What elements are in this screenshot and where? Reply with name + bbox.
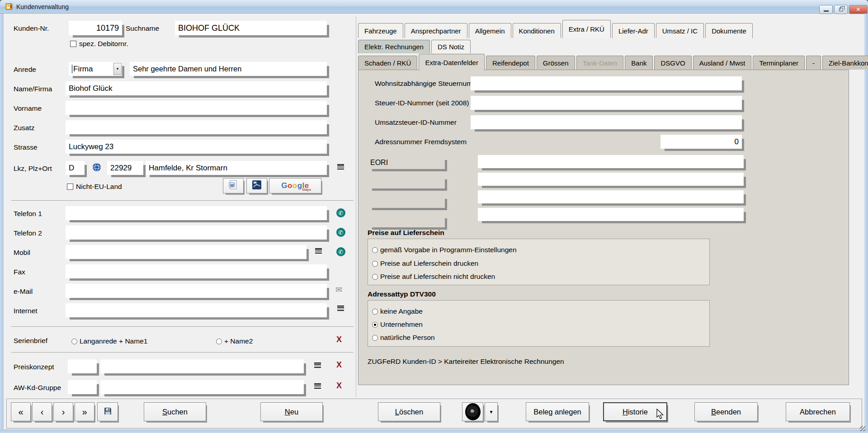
email-field[interactable] — [66, 284, 327, 298]
first-record-button[interactable]: « — [11, 402, 31, 421]
resize-grip[interactable] — [860, 426, 865, 431]
name-firma-field[interactable]: Biohof Glück — [66, 81, 327, 95]
preiskonzept-name-field[interactable] — [100, 359, 304, 373]
eori-label-field[interactable]: EORI — [368, 156, 445, 169]
map-route-button[interactable] — [246, 178, 267, 193]
extra-value-field[interactable] — [478, 208, 744, 221]
tab-extra-rku[interactable]: Extra / RKÜ — [562, 20, 611, 38]
ust-id-field[interactable] — [471, 115, 742, 129]
reifen-button[interactable] — [462, 402, 483, 421]
preise-radio-drucken[interactable] — [372, 261, 378, 267]
adressattyp-radio-person[interactable] — [372, 335, 378, 341]
preiskonzept-list-icon[interactable] — [314, 362, 321, 368]
minimize-button[interactable] — [819, 5, 833, 14]
serienbrief-radio-name2[interactable] — [216, 339, 222, 344]
google-maps-button[interactable]: Google Maps — [269, 178, 321, 193]
internet-field[interactable] — [66, 303, 327, 317]
tab-reifendepot[interactable]: Reifendepot — [486, 56, 535, 70]
spez-debitornr-checkbox[interactable] — [70, 41, 76, 47]
strasse-field[interactable]: Luckyweg 23 — [66, 140, 327, 154]
tab-bank[interactable]: Bank — [625, 56, 653, 70]
tab-allgemein[interactable]: Allgemein — [469, 23, 511, 38]
telefon1-field[interactable] — [66, 206, 327, 220]
adressattyp-radio-unternehmen[interactable] — [372, 322, 378, 328]
mobil-list-icon[interactable] — [315, 248, 322, 254]
tab-dokumente[interactable]: Dokumente — [705, 23, 753, 38]
tab-liefer-adr[interactable]: Liefer-Adr — [612, 23, 655, 38]
ort-field[interactable]: Hamfelde, Kr Stormarn — [146, 161, 327, 175]
close-button[interactable]: ✕ — [849, 5, 868, 14]
extra-value-field[interactable] — [478, 190, 744, 203]
tab-schaden-rku[interactable]: Schaden / RKÜ — [358, 56, 417, 70]
reifen-dropdown-button[interactable]: ▼ — [485, 402, 498, 421]
tab-groessen[interactable]: Grössen — [537, 56, 575, 70]
send-mail-icon[interactable]: ✉ — [335, 285, 342, 295]
word-export-button[interactable]: W — [223, 178, 244, 193]
save-button[interactable] — [97, 402, 118, 421]
extra-value-field[interactable] — [478, 173, 744, 186]
neu-button[interactable]: Neu — [260, 402, 323, 421]
nicht-eu-land-checkbox[interactable] — [67, 184, 73, 190]
abbrechen-button[interactable]: Abbrechen — [786, 402, 850, 421]
extra-label-field[interactable] — [368, 195, 445, 208]
aw-kd-gruppe-code-field[interactable] — [68, 380, 97, 394]
wohnsitz-steuernummer-field[interactable] — [471, 76, 742, 90]
extra-label-field[interactable] — [368, 175, 445, 188]
tab-terminplaner[interactable]: Terminplaner — [753, 56, 805, 70]
anrede-combobox[interactable]: Firma ▼ — [69, 62, 122, 76]
telefon2-field[interactable] — [66, 226, 327, 240]
briefanrede-field[interactable]: Sehr geehrte Damen und Herren — [130, 62, 327, 76]
preise-radio-vorgabe[interactable] — [372, 247, 378, 253]
mobil-field[interactable] — [66, 245, 307, 259]
tab-dsgvo[interactable]: DSGVO — [654, 56, 691, 70]
aw-kd-gruppe-clear-button[interactable]: X — [336, 381, 342, 391]
serienbrief-clear-button[interactable]: X — [336, 335, 342, 344]
adressnummer-field[interactable]: 0 — [660, 135, 742, 149]
adressattyp-radio-keine[interactable] — [372, 309, 378, 315]
aw-kd-gruppe-name-field[interactable] — [100, 380, 304, 394]
internet-list-icon[interactable] — [337, 306, 344, 311]
beleg-anlegen-button[interactable]: Beleg anlegen — [526, 402, 589, 421]
phone-dial-icon[interactable]: ✆ — [336, 228, 345, 237]
serienbrief-radio-langanrede[interactable] — [71, 339, 77, 344]
aw-kd-gruppe-list-icon[interactable] — [314, 383, 321, 389]
restore-button[interactable] — [834, 5, 848, 14]
fax-field[interactable] — [66, 264, 327, 278]
vorname-field[interactable] — [66, 101, 327, 115]
zusatz-field[interactable] — [66, 120, 327, 134]
preise-radio-nicht-drucken[interactable] — [372, 274, 378, 280]
loeschen-button[interactable]: Löschen — [378, 402, 440, 421]
suchname-field[interactable]: BIOHOF GLÜCK — [175, 21, 327, 35]
tab-extra-datenfelder[interactable]: Extra-Datenfelder — [419, 54, 485, 71]
beenden-button[interactable]: Beenden — [694, 402, 758, 421]
plz-field[interactable]: 22929 — [107, 161, 143, 175]
anrede-dropdown-button[interactable]: ▼ — [113, 63, 122, 75]
previous-record-button[interactable]: ‹ — [32, 402, 52, 421]
phone-dial-icon[interactable]: ✆ — [336, 208, 345, 217]
steuer-id-field[interactable] — [471, 96, 742, 110]
tab-elektr-rechnungen[interactable]: Elektr. Rechnungen — [358, 40, 430, 53]
tab-fahrzeuge[interactable]: Fahrzeuge — [358, 23, 403, 38]
globe-icon[interactable] — [93, 163, 101, 173]
extra-label-field[interactable] — [368, 214, 445, 227]
tab-ausland-mwst[interactable]: Ausland / Mwst — [693, 56, 752, 70]
steuer-id-label: Steuer-ID-Nummer (seit 2008) — [375, 99, 469, 107]
tab-dash[interactable]: - — [806, 56, 821, 70]
eori-value-field[interactable] — [478, 155, 744, 168]
aw-kd-gruppe-label: AW-Kd-Gruppe — [14, 384, 61, 392]
phone-dial-icon[interactable]: ✆ — [336, 247, 345, 256]
land-field[interactable]: D — [66, 161, 85, 175]
last-record-button[interactable]: » — [75, 402, 94, 421]
tab-ansprechpartner[interactable]: Ansprechpartner — [405, 23, 467, 38]
tab-ds-notiz[interactable]: DS Notiz — [431, 40, 471, 53]
preiskonzept-code-field[interactable] — [68, 359, 97, 373]
preiskonzept-clear-button[interactable]: X — [336, 360, 342, 370]
ort-list-icon[interactable] — [337, 164, 344, 170]
tab-ziel-bankkonto[interactable]: Ziel-Bankkonto — [822, 56, 868, 70]
tab-umsatz-ic[interactable]: Umsatz / IC — [656, 23, 704, 38]
kunden-nr-field[interactable]: 10179 — [69, 21, 122, 35]
suchen-button[interactable]: Suchen — [144, 402, 206, 421]
next-record-button[interactable]: › — [53, 402, 73, 421]
tab-konditionen[interactable]: Konditionen — [513, 23, 561, 38]
svg-text:W: W — [230, 183, 234, 188]
